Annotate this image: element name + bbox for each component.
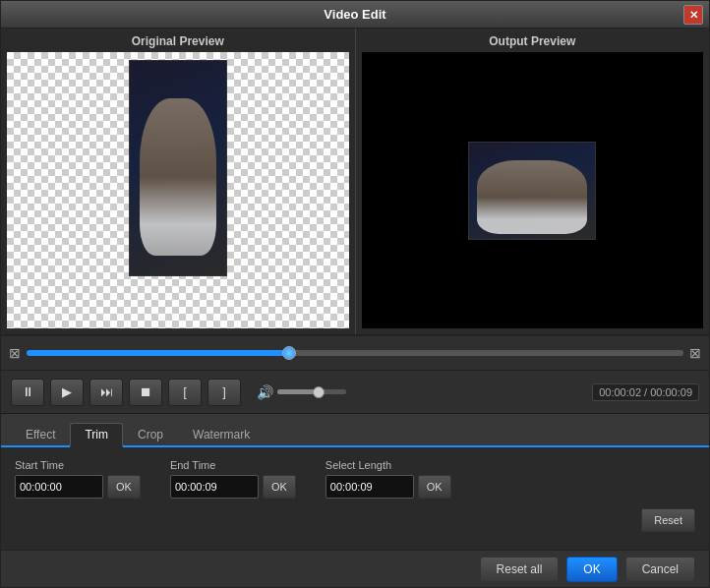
bottom-bar: Reset all OK Cancel [1, 550, 709, 587]
tab-effect[interactable]: Effect [11, 423, 70, 445]
start-time-label: Start Time [15, 459, 141, 471]
output-preview-panel: Output Preview [356, 29, 710, 334]
output-face [477, 160, 587, 234]
reset-row: Reset [15, 508, 695, 532]
start-time-input[interactable] [15, 475, 103, 499]
original-preview-label: Original Preview [132, 34, 224, 48]
select-length-group: Select Length OK [325, 459, 451, 499]
time-display: 00:00:02 / 00:00:09 [592, 383, 699, 401]
end-time-group: End Time OK [170, 459, 296, 499]
play-button[interactable]: ▶ [50, 379, 84, 406]
stop-button[interactable]: ⏹ [129, 379, 162, 406]
preview-area: Original Preview Output Preview [1, 29, 709, 335]
video-edit-window: Video Edit ✕ Original Preview Output Pre… [0, 0, 710, 588]
start-time-row: OK [15, 475, 141, 499]
output-video-thumb [468, 142, 596, 240]
title-bar: Video Edit ✕ [1, 1, 709, 29]
mark-in-button[interactable]: [ [168, 379, 202, 406]
mark-out-button[interactable]: ] [207, 379, 241, 406]
face-silhouette [140, 98, 216, 256]
select-length-row: OK [325, 475, 451, 499]
tab-trim[interactable]: Trim [70, 423, 123, 447]
reset-all-button[interactable]: Reset all [480, 557, 560, 582]
mark-out-icon: ] [222, 384, 226, 399]
original-preview-panel: Original Preview [1, 29, 356, 334]
stop-icon: ⏹ [140, 384, 152, 399]
select-length-input[interactable] [325, 475, 414, 499]
tabs-area: Effect Trim Crop Watermark [1, 414, 709, 447]
next-frame-button[interactable]: ⏭ [89, 379, 123, 406]
end-time-label: End Time [170, 459, 296, 471]
pause-button[interactable]: ⏸ [11, 379, 44, 406]
volume-area: 🔊 [257, 384, 346, 400]
volume-thumb[interactable] [313, 386, 325, 398]
timeline-left-icon[interactable]: ⊠ [9, 345, 21, 361]
output-preview-label: Output Preview [489, 34, 575, 48]
original-video-inner [130, 61, 226, 275]
timeline-thumb[interactable] [282, 346, 296, 360]
cancel-button[interactable]: Cancel [625, 557, 695, 582]
reset-button[interactable]: Reset [641, 508, 695, 532]
window-title: Video Edit [324, 7, 385, 22]
ok-button[interactable]: OK [566, 557, 617, 582]
timeline-right-icon[interactable]: ⊠ [689, 345, 701, 361]
select-length-ok-button[interactable]: OK [418, 475, 451, 499]
original-video-box [129, 60, 227, 276]
tab-crop[interactable]: Crop [123, 423, 178, 445]
select-length-label: Select Length [325, 459, 451, 471]
mark-in-icon: [ [183, 384, 187, 399]
close-button[interactable]: ✕ [683, 5, 703, 25]
timeline-area: ⊠ ⊠ [1, 335, 709, 371]
volume-track[interactable] [277, 389, 346, 394]
play-icon: ▶ [62, 384, 72, 399]
start-time-group: Start Time OK [15, 459, 141, 499]
time-fields-row: Start Time OK End Time OK Select Length [15, 459, 695, 499]
controls-area: ⏸ ▶ ⏭ ⏹ [ ] 🔊 00:00:02 / 00:00:09 [1, 371, 709, 414]
pause-icon: ⏸ [22, 384, 34, 399]
tab-watermark[interactable]: Watermark [178, 423, 265, 445]
end-time-input[interactable] [170, 475, 259, 499]
volume-icon: 🔊 [257, 384, 273, 400]
trim-panel: Start Time OK End Time OK Select Length [1, 447, 709, 550]
next-icon: ⏭ [100, 384, 113, 399]
end-time-ok-button[interactable]: OK [263, 475, 296, 499]
output-preview-canvas [362, 52, 704, 328]
timeline-track[interactable] [27, 350, 683, 356]
end-time-row: OK [170, 475, 296, 499]
start-time-ok-button[interactable]: OK [107, 475, 141, 499]
original-preview-canvas [7, 52, 349, 328]
